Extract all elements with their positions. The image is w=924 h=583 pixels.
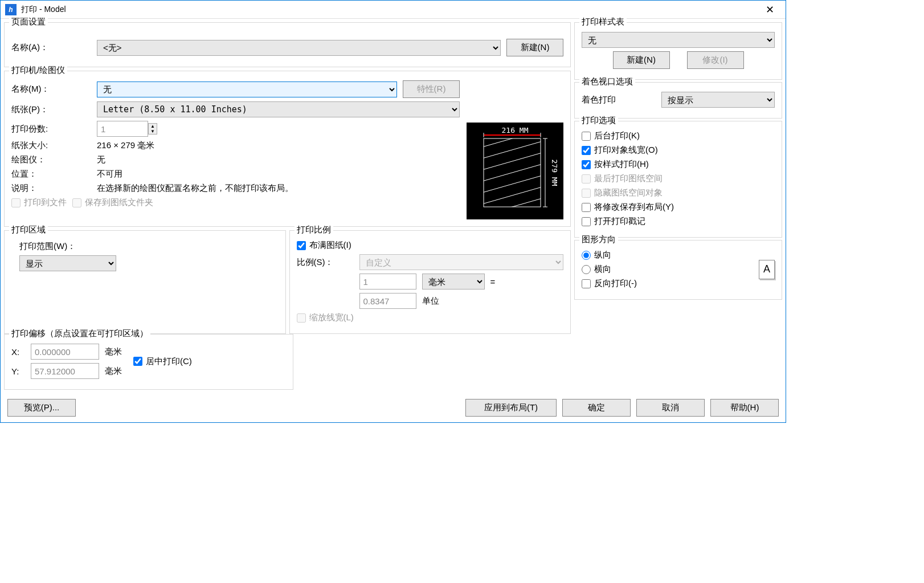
print-offset-group: 打印偏移（原点设置在可打印区域） X: 毫米 Y: 毫米 [4, 334, 293, 390]
paper-select[interactable]: Letter (8.50 x 11.00 Inches) [97, 101, 460, 117]
landscape-radio[interactable]: 横向 [582, 264, 611, 275]
printer-group: 打印机/绘图仪 名称(M)： 无 特性(R) 纸张(P)： Letter (8.… [4, 71, 571, 227]
x-label: X: [11, 347, 25, 357]
options-legend: 打印选项 [579, 115, 618, 126]
printer-name-select[interactable]: 无 [97, 81, 397, 97]
print-dialog: h 打印 - Model ✕ 页面设置 名称(A)： <无> 新建(N) 打印机… [0, 0, 786, 423]
plot-style-check[interactable]: 按样式打印(H) [582, 159, 649, 170]
close-icon[interactable]: ✕ [759, 1, 781, 18]
window-title: 打印 - Model [21, 5, 759, 15]
papersize-label: 纸张大小: [11, 140, 91, 151]
x-input[interactable] [31, 344, 99, 360]
svg-text:216 MM: 216 MM [502, 126, 529, 134]
page-name-select[interactable]: <无> [97, 40, 501, 56]
svg-line-13 [472, 207, 552, 219]
paper-label: 纸张(P)： [11, 104, 91, 115]
unit-label: 单位 [422, 296, 439, 307]
lineweight-check[interactable]: 打印对象线宽(O) [582, 145, 658, 156]
ok-button[interactable]: 确定 [562, 399, 631, 417]
scale-den-input[interactable] [359, 293, 416, 309]
plot-options-group: 打印选项 后台打印(K) 打印对象线宽(O) 按样式打印(H) 最后打印图纸空间… [574, 121, 782, 238]
y-label: Y: [11, 366, 25, 376]
svg-line-8 [472, 150, 552, 173]
y-mm: 毫米 [105, 366, 122, 377]
scale-legend: 打印比例 [295, 225, 333, 235]
printer-name-label: 名称(M)： [11, 84, 91, 95]
desc-label: 说明： [11, 183, 91, 194]
page-new-button[interactable]: 新建(N) [506, 39, 563, 56]
location-label: 位置： [11, 169, 91, 180]
paper-preview: 216 MM [467, 123, 563, 219]
svg-line-11 [472, 184, 552, 207]
desc-value: 在选择新的绘图仪配置名称之前，不能打印该布局。 [97, 183, 293, 194]
svg-line-9 [472, 161, 552, 184]
plot-style-group: 打印样式表 无 新建(N) 修改(I) [574, 22, 782, 80]
plotter-value: 无 [97, 154, 105, 165]
scale-unit-select[interactable]: 毫米 [422, 274, 485, 290]
x-mm: 毫米 [105, 346, 122, 357]
equals-label: = [490, 277, 496, 287]
titlebar: h 打印 - Model ✕ [1, 1, 786, 19]
svg-text:279 MM: 279 MM [550, 160, 559, 186]
apply-button[interactable]: 应用到布局(T) [465, 399, 557, 417]
page-setup-legend: 页面设置 [9, 17, 48, 27]
hide-pspace-check[interactable]: 隐藏图纸空间对象 [582, 187, 663, 198]
preview-button[interactable]: 预览(P)... [7, 399, 76, 417]
svg-line-10 [472, 173, 552, 195]
save-to-sheet-check[interactable]: 保存到图纸文件夹 [72, 197, 153, 208]
printer-props-button[interactable]: 特性(R) [403, 80, 460, 98]
style-legend: 打印样式表 [579, 17, 627, 27]
button-bar: 预览(P)... 应用到布局(T) 确定 取消 帮助(H) [1, 393, 786, 422]
save-layout-check[interactable]: 将修改保存到布局(Y) [582, 202, 674, 213]
print-to-file-check[interactable]: 打印到文件 [11, 197, 67, 208]
area-legend: 打印区域 [9, 225, 48, 235]
style-select[interactable]: 无 [582, 32, 775, 48]
shade-legend: 着色视口选项 [579, 76, 635, 87]
print-scale-group: 打印比例 布满图纸(I) 比例(S)： 自定义 毫米 = [289, 230, 571, 334]
reverse-check[interactable]: 反向打印(-) [582, 278, 637, 289]
cancel-button[interactable]: 取消 [636, 399, 705, 417]
fit-paper-check[interactable]: 布满图纸(I) [297, 240, 351, 251]
copies-spinner[interactable]: ▲▼ [148, 123, 157, 134]
app-icon: h [5, 4, 17, 15]
ratio-select[interactable]: 自定义 [359, 254, 564, 270]
range-label: 打印范围(W)： [19, 241, 279, 252]
svg-line-7 [472, 138, 552, 161]
plot-stamp-check[interactable]: 打开打印戳记 [582, 216, 645, 227]
shade-label: 着色打印 [582, 95, 656, 105]
orientation-icon: A [759, 260, 775, 279]
y-input[interactable] [31, 363, 99, 379]
style-new-button[interactable]: 新建(N) [613, 51, 670, 69]
copies-input[interactable] [97, 121, 148, 137]
ratio-label: 比例(S)： [297, 257, 354, 268]
shade-viewport-group: 着色视口选项 着色打印 按显示 [574, 82, 782, 119]
location-value: 不可用 [97, 169, 122, 180]
printer-legend: 打印机/绘图仪 [9, 65, 67, 76]
shade-select[interactable]: 按显示 [661, 92, 775, 108]
scale-lineweight-check[interactable]: 缩放线宽(L) [297, 312, 354, 323]
portrait-radio[interactable]: 纵向 [582, 250, 611, 260]
scale-num-input[interactable] [359, 274, 416, 290]
style-modify-button[interactable]: 修改(I) [687, 51, 744, 69]
offset-legend: 打印偏移（原点设置在可打印区域） [9, 328, 150, 339]
center-plot-check[interactable]: 居中打印(C) [133, 356, 192, 367]
orientation-group: 图形方向 纵向 横向 反向打印(-) A [574, 240, 782, 300]
bg-plot-check[interactable]: 后台打印(K) [582, 131, 640, 141]
pspace-last-check[interactable]: 最后打印图纸空间 [582, 173, 663, 184]
orient-legend: 图形方向 [579, 234, 618, 245]
copies-label: 打印份数: [11, 124, 91, 134]
help-button[interactable]: 帮助(H) [710, 399, 779, 417]
page-setup-group: 页面设置 名称(A)： <无> 新建(N) [4, 22, 571, 67]
plotter-label: 绘图仪： [11, 154, 91, 165]
print-area-group: 打印区域 打印范围(W)： 显示 [4, 230, 286, 334]
range-select[interactable]: 显示 [19, 255, 116, 271]
papersize-value: 216 × 279 毫米 [97, 140, 154, 151]
page-name-label: 名称(A)： [11, 42, 91, 53]
